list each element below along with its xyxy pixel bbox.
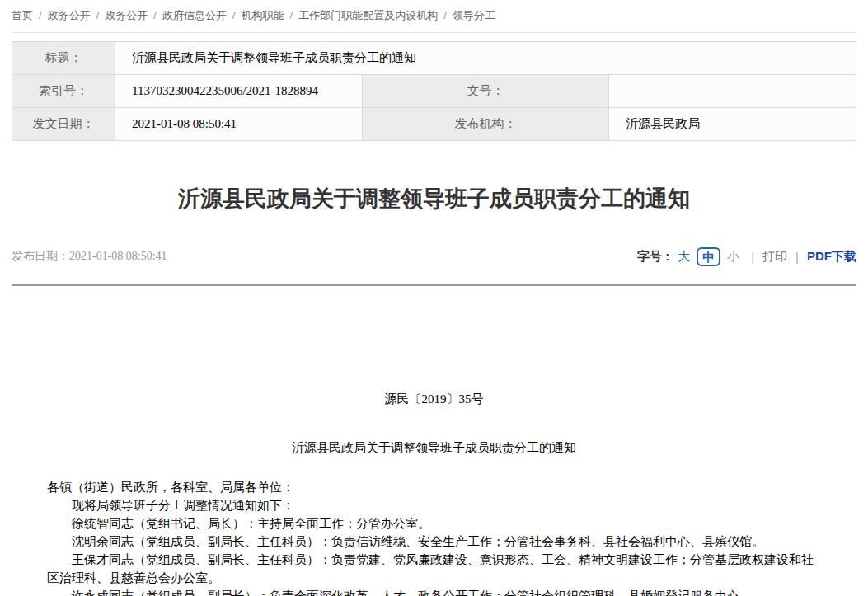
meta-agency-label: 发布机构： [362, 108, 609, 141]
document-paragraphs: 各镇（街道）民政所，各科室、局属各单位： 现将局领导班子分工调整情况通知如下： … [47, 478, 821, 596]
meta-title-label: 标题： [12, 42, 115, 75]
paragraph-intro: 现将局领导班子分工调整情况通知如下： [47, 496, 821, 514]
toolbar-divider: | [795, 250, 799, 264]
article-toolbar: 发布日期：2021-01-08 08:50:41 字号 : 大 中 小 | 打印… [12, 246, 856, 267]
breadcrumb-item-open-gov[interactable]: 政务公开 [48, 9, 91, 21]
breadcrumb-item-gov-info[interactable]: 政府信息公开 [162, 9, 227, 21]
meta-index-value: 113703230042235006/2021-1828894 [115, 75, 363, 108]
breadcrumb-separator: / [232, 9, 236, 21]
font-size-large-button[interactable]: 大 [678, 249, 690, 265]
paragraph-member-4: 许永成同志（党组成员、副局长）：负责全面深化改革、人才、政务公开工作；分管社会组… [47, 587, 821, 596]
breadcrumb-item-dept-config[interactable]: 工作部门职能配置及内设机构 [298, 9, 438, 21]
breadcrumb-separator: / [96, 9, 100, 21]
meta-agency-value: 沂源县民政局 [609, 108, 856, 141]
toolbar-divider: | [751, 250, 754, 264]
article-tools: 字号 : 大 中 小 | 打印 | PDF下载 [637, 247, 856, 266]
table-row: 标题： 沂源县民政局关于调整领导班子成员职责分工的通知 [12, 42, 856, 75]
paragraph-member-1: 徐统智同志（党组书记、局长）：主持局全面工作；分管办公室。 [47, 514, 821, 533]
horizontal-divider [12, 284, 856, 286]
publish-date-label: 发布日期： [12, 250, 69, 262]
paragraph-member-2: 沈明余同志（党组成员、副局长、主任科员）：负责信访维稳、安全生产工作；分管社会事… [47, 533, 821, 551]
breadcrumb-item-leadership[interactable]: 领导分工 [453, 9, 495, 21]
meta-title-value: 沂源县民政局关于调整领导班子成员职责分工的通知 [115, 42, 856, 75]
document-inner-title: 沂源县民政局关于调整领导班子成员职责分工的通知 [47, 439, 821, 457]
paragraph-salutation: 各镇（街道）民政所，各科室、局属各单位： [47, 478, 821, 496]
breadcrumb-separator: / [290, 9, 293, 21]
breadcrumb-item-functions[interactable]: 机构职能 [242, 9, 284, 21]
table-row: 发文日期： 2021-01-08 08:50:41 发布机构： 沂源县民政局 [12, 108, 856, 141]
page-title: 沂源县民政局关于调整领导班子成员职责分工的通知 [12, 185, 856, 213]
breadcrumb-separator: / [39, 9, 42, 21]
meta-docno-label: 文号： [362, 75, 609, 108]
font-size-label: 字号 : [637, 249, 669, 265]
print-button[interactable]: 打印 [762, 249, 787, 265]
breadcrumb-separator: / [443, 9, 447, 21]
pdf-download-button[interactable]: PDF下载 [807, 249, 856, 265]
breadcrumb-item-home[interactable]: 首页 [12, 9, 33, 21]
document-body: 源民〔2019〕35号 沂源县民政局关于调整领导班子成员职责分工的通知 各镇（街… [12, 390, 856, 596]
font-size-medium-button[interactable]: 中 [697, 247, 720, 266]
paragraph-member-3: 王保才同志（党组成员、副局长、主任科员）：负责党建、党风廉政建设、意识形态、工会… [47, 551, 821, 587]
meta-date-value: 2021-01-08 08:50:41 [115, 108, 363, 141]
publish-date: 发布日期：2021-01-08 08:50:41 [12, 249, 167, 264]
page-container: 首页/政务公开/政务公开/政府信息公开/机构职能/工作部门职能配置及内设机构/领… [0, 0, 868, 596]
document-number: 源民〔2019〕35号 [47, 390, 821, 408]
font-size-small-button[interactable]: 小 [727, 249, 739, 265]
document-meta-table: 标题： 沂源县民政局关于调整领导班子成员职责分工的通知 索引号： 1137032… [12, 41, 856, 141]
meta-docno-value [609, 75, 856, 108]
publish-date-value: 2021-01-08 08:50:41 [69, 250, 167, 262]
table-row: 索引号： 113703230042235006/2021-1828894 文号： [12, 75, 856, 108]
meta-index-label: 索引号： [12, 75, 115, 108]
breadcrumb: 首页/政务公开/政务公开/政府信息公开/机构职能/工作部门职能配置及内设机构/领… [12, 0, 856, 33]
breadcrumb-separator: / [153, 9, 157, 21]
meta-date-label: 发文日期： [12, 108, 115, 141]
breadcrumb-item-open-gov-2[interactable]: 政务公开 [105, 9, 148, 21]
